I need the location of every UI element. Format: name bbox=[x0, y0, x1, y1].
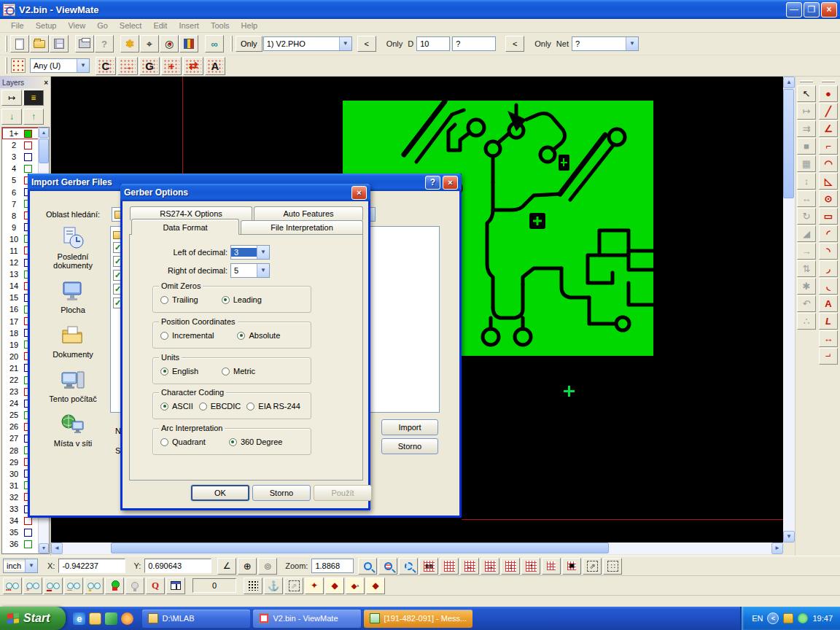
task-folder[interactable]: D:\MLAB bbox=[142, 610, 250, 628]
vscroll-thumb[interactable] bbox=[783, 89, 794, 198]
chevron-down-icon[interactable]: ▼ bbox=[25, 559, 37, 572]
radio-english[interactable]: English bbox=[160, 367, 198, 376]
angle-button[interactable]: ∠ bbox=[217, 558, 236, 575]
zoom-grid-button[interactable] bbox=[378, 558, 397, 575]
grid-right-button[interactable]: → bbox=[481, 558, 499, 575]
zoom-in-button[interactable] bbox=[358, 558, 377, 575]
scroll-up-icon[interactable]: ▲ bbox=[39, 128, 49, 138]
anchor-button[interactable]: ⚓ bbox=[264, 578, 283, 594]
chevron-down-icon[interactable]: ▼ bbox=[626, 37, 638, 50]
prev-dcode-button[interactable]: < bbox=[357, 36, 376, 52]
place-m-sta-v-s-ti[interactable]: Místa v síti bbox=[39, 413, 107, 448]
scale-button[interactable]: ◢ bbox=[797, 225, 816, 242]
view-sketch-button[interactable]: ▲ bbox=[85, 578, 104, 594]
collapse-tray-icon[interactable]: < bbox=[767, 612, 779, 624]
move-feature-button[interactable]: → bbox=[797, 243, 816, 260]
grid-copy-button[interactable]: ▫ bbox=[542, 558, 561, 575]
options-cancel-button[interactable]: Storno bbox=[252, 485, 311, 501]
right-of-decimal-combo[interactable]: 5 ▼ bbox=[230, 263, 270, 278]
only-dcode-label[interactable]: Only bbox=[384, 39, 405, 48]
dcode-c-button[interactable]: C bbox=[96, 57, 116, 75]
layer-up-button[interactable]: ↑ bbox=[23, 109, 44, 125]
dcode-filter-input[interactable]: ? bbox=[452, 36, 496, 51]
radio-absolute[interactable]: Absolute bbox=[237, 331, 280, 340]
only-layer-button[interactable]: Only bbox=[236, 36, 262, 52]
dcode-g-button[interactable]: G bbox=[139, 57, 160, 75]
draw-corner-button[interactable]: ⌐ bbox=[819, 138, 838, 155]
zoom-input[interactable]: 1.8868 bbox=[311, 559, 354, 573]
draw-arc-ne-button[interactable]: ◝ bbox=[819, 243, 838, 260]
menu-help[interactable]: Help bbox=[236, 20, 263, 31]
swap-button[interactable]: ⇄ bbox=[183, 57, 203, 75]
place-dokumenty[interactable]: Dokumenty bbox=[39, 324, 107, 359]
grid-up-button[interactable]: ↑ bbox=[521, 558, 540, 575]
context-help-icon[interactable]: ? bbox=[95, 35, 114, 52]
move-points-button[interactable]: ⇉ bbox=[797, 120, 816, 137]
task-viewmate[interactable]: V2.bin - ViewMate bbox=[253, 610, 361, 628]
tab-file-interpretation[interactable]: File Interpretation bbox=[241, 220, 363, 234]
probe-button[interactable]: Q bbox=[146, 578, 165, 594]
radio-icon[interactable] bbox=[237, 332, 245, 340]
origin-button[interactable]: ⊕ bbox=[238, 558, 257, 575]
quick-launch-firefox-icon[interactable] bbox=[121, 612, 133, 625]
title-bar[interactable]: V2.bin - ViewMate — ❐ × bbox=[0, 0, 840, 19]
menu-go[interactable]: Go bbox=[92, 20, 113, 31]
tab-data-format[interactable]: Data Format bbox=[131, 219, 239, 235]
radio-leading[interactable]: Leading bbox=[222, 295, 262, 304]
pad-plus-button[interactable]: + bbox=[161, 57, 182, 75]
layer-down-button[interactable]: ↓ bbox=[1, 109, 22, 125]
task-message[interactable]: [191-482-091] - Mess... bbox=[364, 610, 472, 628]
view-traces-button[interactable]: — bbox=[64, 578, 83, 594]
menu-view[interactable]: View bbox=[63, 20, 90, 31]
menu-select[interactable]: Select bbox=[114, 20, 147, 31]
open-icon[interactable] bbox=[30, 35, 49, 52]
selection-pattern-icon[interactable] bbox=[11, 58, 26, 73]
radio-icon[interactable] bbox=[160, 332, 168, 340]
layer-color-swatch[interactable] bbox=[24, 165, 32, 173]
grid-down-button[interactable]: ↓ bbox=[501, 558, 520, 575]
layer-table-button[interactable]: ≣ bbox=[23, 90, 44, 106]
close-icon[interactable]: × bbox=[44, 79, 48, 87]
draw-circle-center-button[interactable]: ⊙ bbox=[819, 190, 838, 207]
radio-ascii[interactable]: ASCII bbox=[160, 402, 193, 411]
radio-icon[interactable] bbox=[199, 402, 207, 411]
square-pad-button[interactable]: ▦ bbox=[797, 155, 816, 172]
colors-icon[interactable] bbox=[179, 35, 198, 52]
scroll-left-icon[interactable]: ◄ bbox=[51, 542, 63, 554]
radio-ebcdic[interactable]: EBCDIC bbox=[199, 402, 241, 411]
close-icon[interactable]: × bbox=[351, 186, 367, 200]
language-indicator[interactable]: EN bbox=[752, 614, 763, 623]
flip-vertical-button[interactable]: ↕ bbox=[797, 173, 816, 190]
radio-incremental[interactable]: Incremental bbox=[160, 331, 214, 340]
hscroll-thumb[interactable] bbox=[111, 542, 609, 553]
save-icon[interactable] bbox=[50, 35, 69, 52]
item-type-combo[interactable]: Any (U) ▼ bbox=[30, 58, 90, 73]
radio-trailing[interactable]: Trailing bbox=[160, 295, 198, 304]
print-icon[interactable] bbox=[75, 35, 94, 52]
left-of-decimal-combo[interactable]: 3 ▼ bbox=[230, 245, 270, 260]
dot-grid-button[interactable] bbox=[244, 578, 262, 594]
zoom-window-button[interactable] bbox=[399, 558, 418, 575]
draw-arc-angle-button[interactable]: ◠ bbox=[819, 155, 838, 172]
draw-arc-se-button[interactable]: ◞ bbox=[819, 260, 838, 277]
menu-setup[interactable]: Setup bbox=[31, 20, 62, 31]
chevron-down-icon[interactable]: ▼ bbox=[77, 59, 89, 72]
radio-icon[interactable] bbox=[246, 402, 254, 411]
cursor-button[interactable]: ↖ bbox=[797, 85, 816, 102]
layer-color-swatch[interactable] bbox=[24, 153, 32, 161]
menu-tools[interactable]: Tools bbox=[206, 20, 235, 31]
circle-select-icon[interactable]: ◎ bbox=[160, 35, 179, 52]
panel-window-button[interactable] bbox=[166, 578, 185, 594]
tab-auto-features[interactable]: Auto Features bbox=[254, 206, 363, 220]
draw-polyline-button[interactable]: ∠ bbox=[819, 120, 838, 137]
radio-icon[interactable] bbox=[160, 296, 168, 304]
draw-label-button[interactable]: L bbox=[819, 313, 838, 330]
prev-net-button[interactable]: < bbox=[505, 36, 524, 52]
measure-button[interactable]: ⇗ bbox=[284, 578, 303, 594]
flash-icon[interactable]: ✱ bbox=[120, 35, 139, 52]
import-cancel-button[interactable]: Storno bbox=[381, 438, 438, 454]
radio-icon[interactable] bbox=[222, 296, 230, 304]
layer-color-swatch[interactable] bbox=[24, 517, 32, 525]
snap-s-button[interactable]: ◆s bbox=[346, 578, 365, 594]
chevron-down-icon[interactable]: ▼ bbox=[257, 246, 269, 259]
